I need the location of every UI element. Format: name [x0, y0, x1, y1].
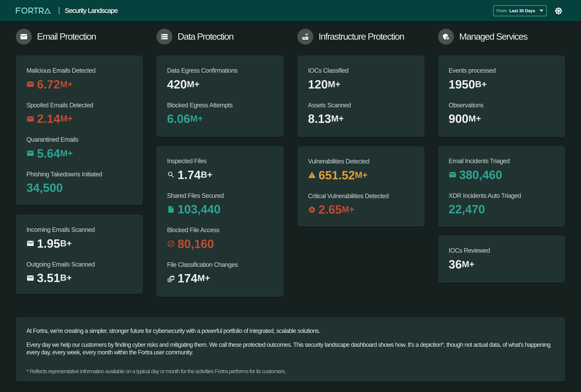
svg-text:TM: TM	[50, 13, 51, 14]
